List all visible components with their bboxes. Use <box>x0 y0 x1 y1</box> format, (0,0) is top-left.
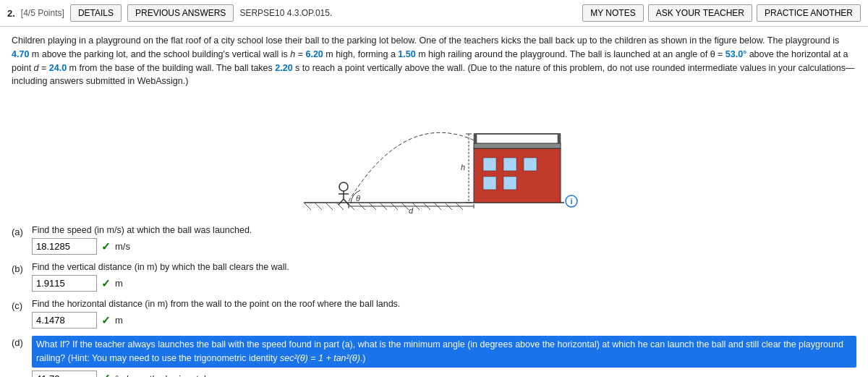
unit-label-3: ° above the horizontal <box>115 373 206 378</box>
svg-rect-19 <box>558 134 561 143</box>
svg-text:d: d <box>409 206 414 215</box>
part-label-3: (d) <box>12 336 32 348</box>
svg-rect-18 <box>474 134 477 143</box>
answer-row-3: ✓° above the horizontal <box>32 370 856 378</box>
answer-input-2[interactable] <box>32 312 97 329</box>
part-content-0: Find the speed (in m/s) at which the bal… <box>32 225 856 255</box>
part-question-highlighted-3: What If? If the teacher always launches … <box>32 336 856 368</box>
part-content-2: Find the horizontal distance (in m) from… <box>32 299 856 329</box>
problem-id: SERPSE10 4.3.OP.015. <box>239 8 332 18</box>
svg-rect-17 <box>474 143 561 148</box>
problem-number: 2. <box>7 8 15 19</box>
problem-figure: h θ d i <box>289 94 579 217</box>
previous-answers-button[interactable]: PREVIOUS ANSWERS <box>127 4 234 22</box>
highlight-wall-height: 6.20 <box>305 49 323 59</box>
problem-description: Children playing in a playground on the … <box>12 34 856 88</box>
svg-line-1 <box>304 203 311 210</box>
svg-rect-25 <box>503 177 516 190</box>
status-icon-0: ✓ <box>101 240 111 253</box>
part-content-1: Find the vertical distance (in m) by whi… <box>32 262 856 292</box>
unit-label-1: m <box>115 278 123 289</box>
status-icon-2: ✓ <box>101 314 111 327</box>
highlight-angle: 53.0° <box>726 49 746 59</box>
part-question-0: Find the speed (in m/s) at which the bal… <box>32 225 856 235</box>
part-row-1: (b)Find the vertical distance (in m) by … <box>12 262 856 292</box>
highlight-playground-height: 4.70 <box>12 49 29 59</box>
answer-row-1: ✓m <box>32 275 856 292</box>
svg-rect-16 <box>474 148 561 203</box>
part-row-2: (c)Find the horizontal distance (in m) f… <box>12 299 856 329</box>
svg-rect-23 <box>524 158 537 171</box>
part-label-1: (b) <box>12 262 32 274</box>
answer-input-3[interactable] <box>32 370 97 378</box>
status-icon-3: ✓ <box>101 372 111 377</box>
practice-another-button[interactable]: PRACTICE ANOTHER <box>757 4 861 22</box>
highlight-distance: 24.0 <box>49 63 67 73</box>
main-content: Children playing in a playground on the … <box>0 27 868 377</box>
parts-container: (a)Find the speed (in m/s) at which the … <box>12 225 856 377</box>
svg-rect-22 <box>503 158 516 171</box>
svg-rect-24 <box>483 177 496 190</box>
svg-text:h: h <box>461 163 465 171</box>
figure-area: h θ d i <box>12 94 856 219</box>
svg-text:i: i <box>570 197 572 206</box>
answer-input-0[interactable] <box>32 238 97 255</box>
status-icon-1: ✓ <box>101 277 111 290</box>
svg-text:θ: θ <box>356 194 360 203</box>
answer-row-0: ✓m/s <box>32 238 856 255</box>
part-row-0: (a)Find the speed (in m/s) at which the … <box>12 225 856 255</box>
answer-row-2: ✓m <box>32 312 856 329</box>
top-bar: 2. [4/5 Points] DETAILS PREVIOUS ANSWERS… <box>0 0 868 27</box>
unit-label-0: m/s <box>115 241 130 252</box>
svg-line-2 <box>315 203 322 210</box>
part-question-2: Find the horizontal distance (in m) from… <box>32 299 856 309</box>
unit-label-2: m <box>115 315 123 326</box>
part-question-1: Find the vertical distance (in m) by whi… <box>32 262 856 272</box>
svg-line-3 <box>326 203 333 210</box>
part-row-3: (d)What If? If the teacher always launch… <box>12 336 856 377</box>
part-label-0: (a) <box>12 225 32 237</box>
highlight-railing-height: 1.50 <box>398 49 415 59</box>
my-notes-button[interactable]: MY NOTES <box>582 4 643 22</box>
top-bar-left: 2. [4/5 Points] DETAILS PREVIOUS ANSWERS… <box>7 4 582 22</box>
points-label: [4/5 Points] <box>21 8 64 18</box>
details-button[interactable]: DETAILS <box>70 4 122 22</box>
answer-input-1[interactable] <box>32 275 97 292</box>
highlight-time: 2.20 <box>275 63 292 73</box>
top-bar-right: MY NOTES ASK YOUR TEACHER PRACTICE ANOTH… <box>582 4 861 22</box>
part-content-3: What If? If the teacher always launches … <box>32 336 856 377</box>
svg-line-34 <box>344 199 349 205</box>
svg-rect-21 <box>483 158 496 171</box>
svg-point-30 <box>339 182 348 191</box>
part-label-2: (c) <box>12 299 32 311</box>
ask-teacher-button[interactable]: ASK YOUR TEACHER <box>648 4 752 22</box>
svg-line-33 <box>339 199 344 205</box>
